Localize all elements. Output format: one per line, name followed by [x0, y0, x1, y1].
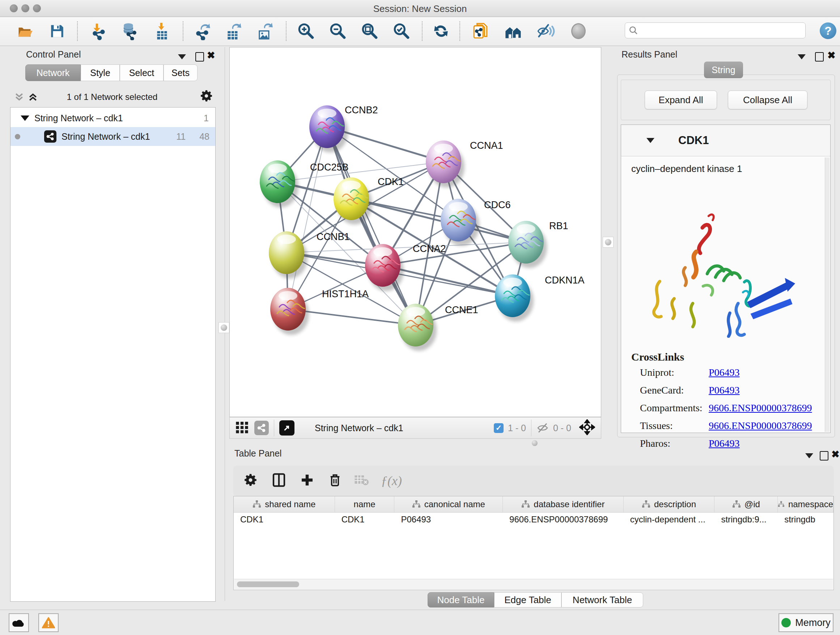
protein-collapse-icon[interactable]: [646, 138, 654, 143]
tab-string[interactable]: String: [704, 62, 743, 78]
import-network-database-button[interactable]: [119, 21, 139, 41]
application-window: Session: New Session: [0, 0, 840, 635]
column-header-4[interactable]: description: [624, 496, 715, 512]
collapse-all-button[interactable]: Collapse All: [728, 90, 807, 109]
table-cell: CDK1: [335, 513, 395, 526]
column-header-2[interactable]: canonical name: [394, 496, 503, 512]
left-splitter-handle[interactable]: [218, 322, 229, 333]
column-header-1[interactable]: name: [335, 496, 395, 512]
delete-table-icon[interactable]: [354, 474, 369, 488]
delete-column-trash-icon[interactable]: [328, 473, 342, 489]
network-row-selected[interactable]: String Network – cdk1 11 48: [11, 127, 215, 146]
results-panel-collapse-icon[interactable]: [798, 54, 806, 59]
table-hscrollbar[interactable]: [234, 579, 833, 589]
protein-card-header[interactable]: CDK1: [621, 125, 830, 157]
tab-network[interactable]: Network: [25, 65, 81, 81]
table-panel-collapse-icon[interactable]: [805, 453, 813, 458]
fit-content-button[interactable]: [360, 21, 379, 41]
control-panel-close-icon[interactable]: ✖: [207, 51, 215, 60]
results-panel-float-icon[interactable]: [815, 52, 824, 62]
crosslink-value-link[interactable]: 9606.ENSP00000378699: [709, 420, 812, 432]
crosslink-value-link[interactable]: P06493: [709, 367, 740, 378]
tab-sets[interactable]: Sets: [164, 65, 197, 81]
selected-checkbox-icon[interactable]: ✓: [494, 423, 504, 433]
memory-status-button[interactable]: Memory: [778, 613, 834, 632]
apply-layout-button[interactable]: [431, 21, 451, 41]
cloud-status-button[interactable]: [9, 613, 29, 632]
crosslink-value-link[interactable]: P06493: [709, 438, 740, 449]
tab-network-table[interactable]: Network Table: [561, 592, 643, 608]
edge-CCNB2-HIST1H1A[interactable]: [288, 127, 327, 309]
help-button[interactable]: ?: [820, 22, 836, 39]
network-canvas[interactable]: CCNB2CCNA1CDC25BCDK1CDC6RB1CCNB1CCNA2CDK…: [229, 47, 601, 417]
tab-style[interactable]: Style: [81, 65, 120, 81]
network-collection-row[interactable]: String Network – cdk1 1: [11, 108, 215, 127]
tree-expand-icon[interactable]: [21, 116, 29, 121]
table-hscrollbar-thumb[interactable]: [237, 581, 299, 587]
table-body: CDK1CDK1P064939606.ENSP00000378699cyclin…: [234, 513, 834, 526]
export-network-button[interactable]: [193, 21, 213, 41]
import-table-icon: [153, 22, 172, 40]
expand-all-button[interactable]: Expand All: [645, 90, 717, 109]
grid-view-icon[interactable]: [235, 420, 249, 436]
selected-counts: 1 - 0: [508, 423, 526, 433]
export-image-button[interactable]: [255, 21, 275, 41]
tab-edge-table[interactable]: Edge Table: [494, 592, 561, 608]
network-graph[interactable]: CCNB2CCNA1CDC25BCDK1CDC6RB1CCNB1CCNA2CDK…: [230, 48, 601, 417]
expand-all-networks-icon[interactable]: [27, 91, 38, 104]
table-cell: cyclin-dependent ...: [624, 513, 715, 526]
function-builder-icon[interactable]: ƒ(x): [381, 473, 402, 488]
crosslink-value-link[interactable]: P06493: [709, 385, 740, 396]
tab-select[interactable]: Select: [120, 65, 164, 81]
add-column-plus-icon[interactable]: [300, 473, 314, 489]
horizontal-splitter-handle[interactable]: [532, 440, 538, 446]
eye-slash-icon: [537, 22, 555, 41]
zoom-in-button[interactable]: [296, 21, 316, 41]
crosslink-value-link[interactable]: 9606.ENSP00000378699: [709, 402, 812, 414]
graphics-details-button[interactable]: [536, 21, 556, 41]
show-columns-icon[interactable]: [272, 473, 286, 489]
table-settings-gear-icon[interactable]: [243, 473, 258, 489]
home-button[interactable]: [504, 21, 523, 41]
crosslinks-title: CrossLinks: [631, 351, 684, 363]
pan-crosshair-icon[interactable]: [579, 419, 595, 437]
crosslink-label: Tissues:: [640, 420, 709, 432]
birds-eye-button[interactable]: [569, 21, 588, 41]
crosslink-label: Pharos:: [640, 438, 709, 449]
column-header-5[interactable]: @id: [714, 496, 778, 512]
network-view-title: String Network – cdk1: [315, 423, 403, 433]
results-panel-close-icon[interactable]: ✖: [827, 51, 836, 60]
results-scrollbar[interactable]: [825, 157, 829, 432]
open-session-button[interactable]: [15, 21, 35, 41]
toolbar-search[interactable]: [625, 22, 806, 38]
share-view-icon[interactable]: [254, 421, 269, 435]
network-options-gear-icon[interactable]: [200, 89, 213, 104]
clone-network-button[interactable]: [471, 21, 491, 41]
zoom-out-button[interactable]: [328, 21, 347, 41]
table-panel-float-icon[interactable]: [820, 451, 829, 461]
column-header-3[interactable]: database identifier: [503, 496, 624, 512]
column-header-6[interactable]: namespace: [778, 496, 834, 512]
control-panel-collapse-icon[interactable]: [178, 54, 186, 59]
control-panel-float-icon[interactable]: [195, 52, 204, 62]
column-header-0[interactable]: shared name: [234, 496, 335, 512]
open-folder-icon: [16, 22, 34, 40]
import-table-button[interactable]: [153, 21, 172, 41]
table-row[interactable]: CDK1CDK1P064939606.ENSP00000378699cyclin…: [234, 513, 834, 526]
toolbar-separator: [459, 21, 460, 41]
search-input[interactable]: [638, 25, 795, 36]
warning-status-button[interactable]: [38, 613, 58, 632]
detach-view-icon[interactable]: [279, 420, 294, 435]
save-session-button[interactable]: [47, 21, 67, 41]
protein-description: cyclin–dependent kinase 1: [621, 157, 830, 174]
protein-card: CDK1 cyclin–dependent kinase 1: [621, 125, 831, 433]
export-table-button[interactable]: [224, 21, 243, 41]
table-panel-close-icon[interactable]: ✖: [831, 450, 840, 459]
tab-node-table[interactable]: Node Table: [428, 592, 494, 608]
collapse-all-networks-icon[interactable]: [14, 91, 25, 104]
table-cell: P06493: [394, 513, 503, 526]
zoom-selected-button[interactable]: [392, 21, 411, 41]
import-network-file-button[interactable]: [89, 21, 109, 41]
homes-icon: [504, 22, 523, 41]
right-splitter-handle[interactable]: [603, 237, 614, 248]
